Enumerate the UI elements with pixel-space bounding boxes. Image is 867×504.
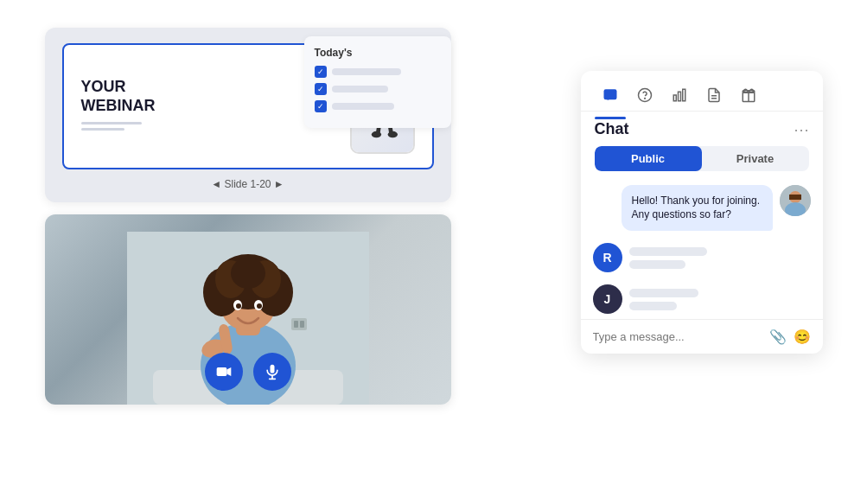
tab-bar [581, 71, 823, 112]
svg-point-27 [257, 303, 262, 309]
user-r-message-lines [629, 247, 707, 269]
tab-chat[interactable] [595, 80, 626, 111]
slide-navigation: ◄ Slide 1-20 ► [62, 178, 434, 190]
message-input-bar: 📎 😊 [581, 319, 823, 354]
user-j-message: J [593, 284, 811, 314]
webinar-title-line2: WEBINAR [81, 97, 156, 116]
tab-qa[interactable] [629, 80, 660, 111]
user-r-avatar: R [593, 243, 622, 272]
check-text-3 [332, 103, 394, 110]
svg-rect-39 [682, 89, 685, 101]
svg-rect-13 [300, 321, 304, 328]
svg-rect-37 [673, 95, 676, 101]
checklist-title: Today's [315, 47, 441, 59]
chat-panel: Chat ⋯ Public Private Hello! Thank you f… [581, 71, 823, 354]
checkbox-1: ✓ [315, 66, 327, 78]
host-message-bubble: Hello! Thank you for joining. Any questi… [622, 185, 773, 232]
checkbox-2: ✓ [315, 83, 327, 95]
visibility-toggle: Public Private [595, 146, 809, 171]
private-button[interactable]: Private [702, 146, 809, 171]
chat-title: Chat [595, 120, 629, 138]
public-button[interactable]: Public [595, 146, 702, 171]
webinar-slide-card: ▲ YOUR WEBINAR [45, 28, 451, 202]
camera-button[interactable] [205, 353, 243, 391]
check-text-2 [332, 86, 388, 93]
user-j-message-lines [629, 289, 698, 310]
svg-rect-48 [789, 195, 801, 200]
tab-docs[interactable] [698, 80, 730, 111]
svg-rect-38 [678, 92, 680, 101]
svg-point-8 [371, 131, 380, 138]
host-avatar [780, 185, 811, 216]
video-controls [205, 353, 291, 391]
tab-gift[interactable] [733, 80, 764, 111]
chat-menu-button[interactable]: ⋯ [794, 120, 809, 139]
attach-icon[interactable]: 📎 [769, 329, 787, 345]
message-input[interactable] [593, 330, 762, 343]
check-item-1: ✓ [315, 66, 441, 78]
host-message: Hello! Thank you for joining. Any questi… [593, 185, 811, 232]
svg-rect-12 [294, 321, 298, 328]
video-card [45, 214, 451, 405]
svg-rect-11 [291, 318, 307, 330]
svg-point-26 [236, 303, 241, 309]
webinar-title-line1: YOUR [81, 78, 156, 97]
svg-rect-30 [216, 367, 226, 376]
user-j-avatar: J [593, 284, 622, 314]
checkbox-3: ✓ [315, 100, 327, 112]
svg-point-9 [387, 131, 397, 138]
emoji-icon[interactable]: 😊 [794, 329, 811, 345]
checklist-panel: Today's ✓ ✓ ✓ [304, 36, 451, 128]
check-item-2: ✓ [315, 83, 441, 95]
check-text-1 [332, 68, 401, 75]
messages-area: Hello! Thank you for joining. Any questi… [581, 180, 823, 320]
user-r-message: R [593, 243, 811, 272]
svg-point-23 [231, 258, 265, 289]
check-item-3: ✓ [315, 100, 441, 112]
tab-poll[interactable] [664, 80, 695, 111]
mic-button[interactable] [253, 353, 291, 391]
svg-rect-31 [270, 364, 274, 373]
